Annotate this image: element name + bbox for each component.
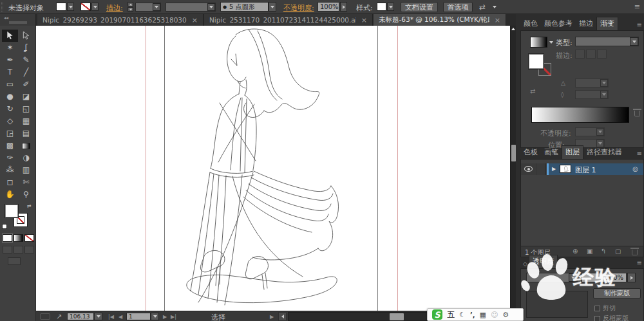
ime-punctuation-icon[interactable]: ’, bbox=[470, 311, 475, 318]
layer-thumbnail[interactable] bbox=[560, 165, 571, 173]
next-artboard-button[interactable]: ▶ bbox=[163, 314, 167, 320]
document-tab-3-active[interactable]: 未标题-63* @ 106.13% (CMYK/轮廓) × bbox=[374, 14, 506, 26]
zoom-level-dropdown[interactable] bbox=[94, 313, 102, 320]
blob-brush-tool[interactable]: ● bbox=[2, 91, 18, 103]
style-swatch[interactable] bbox=[377, 3, 386, 11]
stroke-color-dropdown[interactable] bbox=[91, 3, 99, 11]
target-circle-icon[interactable]: ◎ bbox=[632, 165, 638, 172]
align-icon[interactable]: ⇄ bbox=[479, 3, 486, 12]
brush-definition-dropdown[interactable]: ● 5 点圆形 bbox=[220, 2, 269, 12]
last-artboard-button[interactable]: ▶| bbox=[171, 314, 176, 320]
tab-gradient-active[interactable]: 渐变 bbox=[596, 17, 618, 30]
invert-mask-checkbox-box[interactable] bbox=[594, 316, 600, 321]
gradient-angle-field[interactable] bbox=[575, 78, 609, 87]
status-expand-icon[interactable]: ▶ bbox=[270, 314, 274, 320]
stop-opacity-field[interactable] bbox=[575, 127, 605, 136]
gradient-panel-menu-icon[interactable]: ≡ bbox=[637, 21, 643, 28]
rotate-tool[interactable]: ↻ bbox=[2, 103, 18, 115]
layer-row-selected[interactable]: ▶ 图层 1 ◎ bbox=[547, 163, 643, 175]
screen-mode-button[interactable] bbox=[8, 257, 21, 265]
document-canvas[interactable] bbox=[36, 26, 510, 311]
pencil-tool[interactable]: ✎ bbox=[18, 54, 34, 66]
symbol-sprayer-tool[interactable]: ⁂ bbox=[2, 164, 18, 176]
stroke-weight-link[interactable]: 描边: bbox=[106, 3, 123, 13]
artboard-tool[interactable]: ◻ bbox=[2, 176, 18, 188]
first-artboard-button[interactable]: |◀ bbox=[108, 314, 114, 320]
gradient-stroke-along-button[interactable] bbox=[586, 50, 596, 59]
gradient-aspect-field[interactable] bbox=[575, 90, 609, 99]
tab-color[interactable]: 颜色 bbox=[520, 17, 541, 30]
eyedropper-tool[interactable]: ✑ bbox=[2, 152, 18, 164]
ime-mode-wubi[interactable]: 五 bbox=[447, 309, 455, 320]
document-tab-2[interactable]: Nipic_2531170_20110723141124425000.ai* @… bbox=[204, 14, 373, 26]
invert-mask-checkbox[interactable]: 反相蒙版 bbox=[594, 314, 629, 321]
stroke-weight-stepper[interactable] bbox=[128, 2, 133, 12]
draw-inside-button[interactable] bbox=[24, 246, 34, 253]
make-mask-button[interactable]: 制作蒙版 bbox=[593, 288, 641, 298]
lasso-tool[interactable]: ʆ bbox=[18, 42, 34, 54]
mesh-tool[interactable]: ▩ bbox=[2, 140, 18, 152]
artboard-nav-icon[interactable] bbox=[40, 313, 50, 320]
ime-soft-keyboard-icon[interactable]: ▦ bbox=[479, 311, 486, 319]
scale-tool[interactable]: ◱ bbox=[18, 103, 34, 115]
none-mode-button[interactable] bbox=[24, 234, 34, 242]
stroke-weight-field[interactable] bbox=[135, 3, 161, 12]
new-sublayer-icon[interactable]: ↰ bbox=[601, 248, 606, 255]
default-swatches-icon[interactable] bbox=[2, 224, 7, 229]
panel-collapse-diamond-icon[interactable]: ◇ bbox=[520, 259, 529, 268]
panel-grip[interactable] bbox=[1, 2, 3, 12]
gradient-fill-proxy[interactable] bbox=[529, 54, 544, 69]
expand-triangle-icon[interactable]: ▶ bbox=[552, 166, 556, 172]
type-tool[interactable]: T bbox=[2, 66, 18, 78]
style-dropdown[interactable] bbox=[387, 3, 394, 11]
fill-proxy-swatch[interactable] bbox=[5, 205, 18, 217]
layer-row[interactable]: ▶ 图层 1 ◎ bbox=[521, 163, 643, 175]
lock-cell[interactable] bbox=[537, 163, 546, 175]
visibility-cell[interactable] bbox=[521, 163, 536, 175]
document-tab-2-close-icon[interactable]: × bbox=[361, 16, 367, 24]
gradient-type-dropdown[interactable] bbox=[575, 37, 639, 46]
layer-name[interactable]: 图层 1 bbox=[575, 165, 596, 175]
fill-color-dropdown[interactable] bbox=[67, 3, 74, 11]
artboard-number-dropdown[interactable] bbox=[151, 313, 159, 320]
hand-tool[interactable]: ✋ bbox=[2, 188, 18, 201]
gradient-tool[interactable] bbox=[18, 140, 34, 152]
shape-builder-tool[interactable]: ◲ bbox=[2, 127, 18, 140]
document-setup-button[interactable]: 文档设置 bbox=[401, 2, 438, 12]
gradient-swatch-dropdown-icon[interactable] bbox=[549, 41, 553, 44]
opacity-link[interactable]: 不透明度: bbox=[283, 3, 314, 13]
perspective-grid-tool[interactable]: ▤ bbox=[18, 127, 34, 140]
delete-layer-icon[interactable] bbox=[632, 250, 638, 255]
layers-panel-menu-icon[interactable]: ≡ bbox=[637, 150, 643, 157]
free-transform-tool[interactable]: ▦ bbox=[18, 115, 34, 127]
ime-settings-wrench-icon[interactable]: ⚙ bbox=[502, 311, 509, 319]
transparency-opacity-arrow[interactable] bbox=[627, 273, 636, 282]
document-tab-3-close-icon[interactable]: × bbox=[495, 16, 500, 24]
blend-mode-dropdown[interactable] bbox=[526, 273, 578, 282]
rectangle-tool[interactable]: ▭ bbox=[2, 78, 18, 91]
make-clipping-mask-icon[interactable]: ▣ bbox=[587, 248, 592, 255]
locate-object-icon[interactable]: ⊕ bbox=[573, 248, 578, 255]
tab-layers-active[interactable]: 图层 bbox=[562, 145, 583, 159]
horizontal-scroll-thumb[interactable] bbox=[390, 313, 404, 320]
color-mode-button[interactable] bbox=[3, 234, 12, 242]
ime-halfmoon-icon[interactable]: ☾ bbox=[459, 311, 466, 319]
tab-color-guide[interactable]: 颜色参考 bbox=[541, 17, 576, 30]
draw-normal-button[interactable] bbox=[3, 246, 12, 253]
selection-tool[interactable] bbox=[2, 30, 18, 42]
zoom-tool[interactable]: ⚲ bbox=[18, 188, 34, 201]
artboard-number-field[interactable]: 1 bbox=[126, 313, 151, 320]
delete-stop-icon[interactable] bbox=[634, 111, 640, 116]
clip-checkbox[interactable]: 剪切 bbox=[594, 304, 616, 313]
transparency-panel-menu-icon[interactable]: ≡ bbox=[637, 259, 643, 266]
eraser-tool[interactable]: ◪ bbox=[18, 91, 34, 103]
control-bar-menu-icon[interactable]: ≡ bbox=[634, 3, 640, 11]
eye-icon[interactable] bbox=[524, 166, 533, 172]
tab-pathfinder[interactable]: 路径查找器 bbox=[583, 146, 625, 159]
line-segment-tool[interactable]: ╱ bbox=[18, 66, 34, 78]
document-tab-1-close-icon[interactable]: × bbox=[192, 16, 198, 24]
align-dropdown[interactable] bbox=[491, 4, 498, 10]
brush-definition-arrow[interactable] bbox=[269, 2, 276, 12]
prev-artboard-button[interactable]: ◀ bbox=[118, 314, 122, 320]
opacity-arrow[interactable] bbox=[340, 2, 347, 12]
